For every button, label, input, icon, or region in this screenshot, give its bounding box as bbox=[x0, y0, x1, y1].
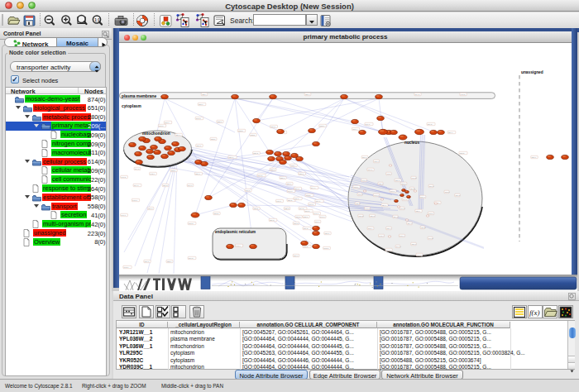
svg-text:a38-1: a38-1 bbox=[299, 173, 304, 174]
svg-text:a98-9: a98-9 bbox=[315, 221, 320, 222]
svg-text:a23-9: a23-9 bbox=[202, 93, 207, 95]
svg-text:a25-3: a25-3 bbox=[285, 208, 290, 209]
svg-text:a82-2: a82-2 bbox=[460, 152, 465, 154]
svg-text:a81-5: a81-5 bbox=[455, 194, 460, 196]
svg-text:a21-2: a21-2 bbox=[410, 188, 415, 189]
svg-text:a94-9: a94-9 bbox=[311, 187, 316, 189]
svg-text:a41-1: a41-1 bbox=[320, 216, 325, 218]
svg-text:a25-1: a25-1 bbox=[280, 177, 285, 179]
svg-text:a86-6: a86-6 bbox=[145, 261, 150, 262]
svg-text:a13-3: a13-3 bbox=[189, 222, 194, 224]
svg-text:a90-6: a90-6 bbox=[188, 184, 193, 186]
svg-text:a31-2: a31-2 bbox=[253, 152, 258, 154]
svg-text:a15-7: a15-7 bbox=[411, 243, 416, 245]
svg-text:a34-6: a34-6 bbox=[294, 188, 299, 189]
svg-text:a98-2: a98-2 bbox=[428, 237, 433, 239]
svg-text:a88-3: a88-3 bbox=[163, 184, 168, 186]
svg-text:a22-2: a22-2 bbox=[238, 130, 243, 131]
svg-text:a96-6: a96-6 bbox=[121, 214, 126, 216]
svg-text:a14-5: a14-5 bbox=[415, 93, 420, 95]
svg-text:a85-2: a85-2 bbox=[359, 215, 364, 217]
svg-text:a18-8: a18-8 bbox=[400, 208, 405, 209]
svg-text:a71-9: a71-9 bbox=[287, 183, 292, 184]
svg-text:a67-5: a67-5 bbox=[258, 174, 263, 176]
svg-text:a82-9: a82-9 bbox=[368, 227, 373, 229]
svg-text:a51-1: a51-1 bbox=[429, 185, 434, 187]
svg-text:a17-1: a17-1 bbox=[148, 208, 153, 209]
svg-text:a13-5: a13-5 bbox=[250, 134, 255, 136]
svg-text:a33-7: a33-7 bbox=[218, 121, 223, 122]
svg-text:a76-5: a76-5 bbox=[309, 203, 313, 205]
svg-text:a61-1: a61-1 bbox=[374, 194, 379, 196]
svg-text:a95-2: a95-2 bbox=[196, 117, 201, 119]
svg-text:a58-2: a58-2 bbox=[213, 213, 218, 214]
svg-text:a83-3: a83-3 bbox=[306, 194, 311, 196]
svg-text:a93-9: a93-9 bbox=[379, 235, 384, 237]
svg-text:a54-3: a54-3 bbox=[299, 208, 304, 209]
svg-text:a85-1: a85-1 bbox=[211, 138, 216, 140]
svg-text:a26-9: a26-9 bbox=[386, 227, 391, 229]
svg-text:a43-9: a43-9 bbox=[150, 173, 155, 174]
svg-text:a76-7: a76-7 bbox=[420, 196, 425, 198]
svg-text:cytoplasm: cytoplasm bbox=[122, 104, 141, 108]
svg-text:a50-3: a50-3 bbox=[370, 215, 375, 217]
svg-text:a40-7: a40-7 bbox=[365, 208, 370, 209]
svg-text:a85-5: a85-5 bbox=[428, 213, 433, 214]
svg-text:a84-6: a84-6 bbox=[134, 184, 139, 186]
svg-text:a51-9: a51-9 bbox=[448, 131, 453, 133]
svg-text:a18-8: a18-8 bbox=[296, 216, 301, 218]
svg-text:a53-1: a53-1 bbox=[170, 170, 175, 171]
svg-text:a27-7: a27-7 bbox=[175, 134, 180, 136]
svg-text:a38-5: a38-5 bbox=[253, 208, 258, 209]
svg-text:a87-3: a87-3 bbox=[428, 123, 433, 125]
svg-text:a42-9: a42-9 bbox=[386, 173, 391, 174]
svg-text:a86-5: a86-5 bbox=[189, 257, 194, 259]
svg-text:a59-6: a59-6 bbox=[195, 173, 200, 174]
svg-text:a62-4: a62-4 bbox=[352, 128, 357, 130]
svg-text:a76-7: a76-7 bbox=[196, 145, 201, 146]
svg-text:a58-2: a58-2 bbox=[421, 227, 426, 228]
svg-text:a59-7: a59-7 bbox=[270, 126, 275, 127]
svg-text:a34-6: a34-6 bbox=[407, 222, 412, 224]
svg-text:a90-8: a90-8 bbox=[396, 246, 401, 247]
svg-text:a53-2: a53-2 bbox=[288, 199, 293, 201]
svg-text:a62-1: a62-1 bbox=[374, 160, 379, 162]
svg-text:a37-5: a37-5 bbox=[270, 219, 275, 221]
svg-text:a27-8: a27-8 bbox=[270, 169, 275, 170]
svg-text:a76-7: a76-7 bbox=[159, 125, 164, 127]
svg-text:a54-7: a54-7 bbox=[393, 216, 398, 218]
svg-text:unassigned: unassigned bbox=[521, 70, 543, 74]
svg-text:a74-5: a74-5 bbox=[135, 168, 140, 170]
svg-text:a63-2: a63-2 bbox=[323, 247, 328, 249]
svg-text:a83-8: a83-8 bbox=[319, 125, 324, 127]
svg-text:a86-9: a86-9 bbox=[165, 122, 170, 123]
svg-text:a96-7: a96-7 bbox=[246, 189, 251, 191]
svg-text:a45-9: a45-9 bbox=[236, 245, 241, 246]
svg-text:a48-7: a48-7 bbox=[288, 190, 293, 192]
svg-text:a35-7: a35-7 bbox=[305, 93, 310, 95]
svg-text:nucleus: nucleus bbox=[404, 141, 419, 145]
svg-text:a21-9: a21-9 bbox=[415, 210, 420, 212]
svg-text:a27-6: a27-6 bbox=[229, 156, 234, 158]
svg-text:a85-6: a85-6 bbox=[531, 156, 536, 158]
svg-text:a58-3: a58-3 bbox=[401, 183, 406, 184]
svg-text:a88-2: a88-2 bbox=[368, 169, 373, 170]
svg-text:a97-1: a97-1 bbox=[366, 123, 371, 125]
svg-text:a50-7: a50-7 bbox=[362, 156, 367, 158]
svg-text:a82-7: a82-7 bbox=[304, 216, 309, 218]
svg-text:a53-6: a53-6 bbox=[199, 103, 203, 105]
svg-text:plasma membrane: plasma membrane bbox=[122, 94, 156, 98]
svg-text:a17-6: a17-6 bbox=[361, 179, 366, 181]
svg-text:a18-5: a18-5 bbox=[305, 210, 310, 212]
svg-text:a25-3: a25-3 bbox=[395, 179, 400, 181]
svg-text:a65-1: a65-1 bbox=[294, 198, 299, 199]
svg-text:a40-5: a40-5 bbox=[121, 176, 126, 178]
svg-text:a15-6: a15-6 bbox=[400, 235, 404, 237]
svg-text:a26-1: a26-1 bbox=[382, 204, 387, 206]
svg-text:a43-3: a43-3 bbox=[461, 93, 466, 95]
svg-text:a93-4: a93-4 bbox=[290, 165, 295, 166]
svg-text:a94-9: a94-9 bbox=[386, 249, 391, 251]
svg-text:a42-8: a42-8 bbox=[124, 266, 129, 268]
svg-text:a25-9: a25-9 bbox=[379, 183, 384, 184]
svg-text:a33-6: a33-6 bbox=[167, 261, 172, 262]
